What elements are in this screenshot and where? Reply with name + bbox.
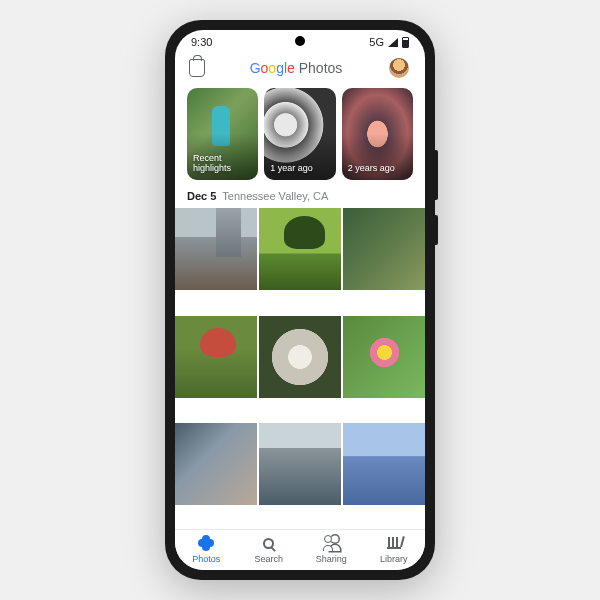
nav-library[interactable]: Library [363, 534, 426, 564]
highlight-card-1-year[interactable]: 1 year ago [264, 88, 335, 180]
search-icon [260, 534, 278, 552]
nav-photos[interactable]: Photos [175, 534, 238, 564]
status-time: 9:30 [191, 36, 212, 48]
photo-thumbnail[interactable] [343, 316, 425, 398]
nav-label: Library [380, 554, 408, 564]
section-location: Tennessee Valley, CA [222, 190, 328, 202]
front-camera [295, 36, 305, 46]
nav-sharing[interactable]: Sharing [300, 534, 363, 564]
photo-thumbnail[interactable] [259, 316, 341, 398]
signal-icon [388, 38, 398, 47]
bottom-nav: Photos Search Sharing Library [175, 529, 425, 570]
network-label: 5G [369, 36, 384, 48]
sharing-icon [322, 534, 340, 552]
nav-search[interactable]: Search [238, 534, 301, 564]
nav-label: Search [254, 554, 283, 564]
highlight-card-recent[interactable]: Recent highlights [187, 88, 258, 180]
library-icon [385, 534, 403, 552]
nav-label: Sharing [316, 554, 347, 564]
photos-icon [197, 534, 215, 552]
phone-frame: 9:30 5G Google Photos Recent highlights … [165, 20, 435, 580]
screen: 9:30 5G Google Photos Recent highlights … [175, 30, 425, 570]
photo-thumbnail[interactable] [259, 423, 341, 505]
print-store-icon[interactable] [189, 59, 205, 77]
section-header: Dec 5 Tennessee Valley, CA [175, 190, 425, 208]
account-avatar[interactable] [387, 56, 411, 80]
app-bar: Google Photos [175, 50, 425, 88]
photo-grid[interactable] [175, 208, 425, 529]
app-title: Google Photos [250, 60, 343, 76]
nav-label: Photos [192, 554, 220, 564]
highlight-label: Recent highlights [193, 154, 252, 174]
photo-thumbnail[interactable] [259, 208, 341, 290]
section-date: Dec 5 [187, 190, 216, 202]
battery-icon [402, 37, 409, 48]
highlight-label: 2 years ago [348, 164, 395, 174]
photo-thumbnail[interactable] [175, 316, 257, 398]
photo-thumbnail[interactable] [343, 208, 425, 290]
photo-thumbnail[interactable] [175, 423, 257, 505]
photo-thumbnail[interactable] [343, 423, 425, 505]
status-indicators: 5G [369, 36, 409, 48]
highlights-row[interactable]: Recent highlights 1 year ago 2 years ago [175, 88, 425, 190]
highlight-label: 1 year ago [270, 164, 313, 174]
photo-thumbnail[interactable] [175, 208, 257, 290]
highlight-card-2-years[interactable]: 2 years ago [342, 88, 413, 180]
